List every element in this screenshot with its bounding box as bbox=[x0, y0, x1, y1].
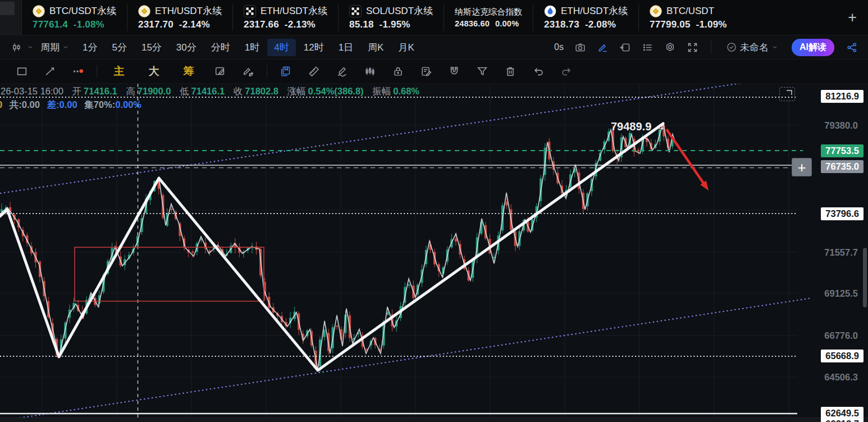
price-axis-label: 69125.5 bbox=[820, 287, 862, 300]
price-axis-label: 65668.9 bbox=[821, 350, 864, 362]
ticker-bar: BTC/USDT永续 77761.4-1.08% ETH/USDT永续 2317… bbox=[0, 0, 868, 35]
timeframe-15m[interactable]: 15分 bbox=[135, 39, 168, 56]
share-icon[interactable] bbox=[842, 39, 861, 56]
cloud-check-icon bbox=[726, 42, 737, 53]
ticker-item-eth-usdt-perp-2[interactable]: ETH/USDT永续 2317.66-2.13% bbox=[232, 4, 338, 31]
ai-interpret-button[interactable]: AI解读 bbox=[792, 39, 834, 56]
axis-scrollbar-thumb[interactable] bbox=[863, 248, 867, 307]
fullscreen-icon[interactable] bbox=[683, 39, 702, 56]
ticker-item-eth-usdt-perp-3[interactable]: ETH/USDT永续 2318.73-2.08% bbox=[533, 4, 638, 31]
timeframe-1m[interactable]: 1分 bbox=[76, 39, 104, 56]
draw-pencil-icon[interactable] bbox=[593, 39, 612, 56]
price-axis-label: 76735.0 bbox=[821, 160, 864, 173]
close-value: 71802.8 bbox=[245, 86, 278, 96]
marker-icon[interactable] bbox=[328, 62, 356, 80]
rectangle-tool-icon[interactable] bbox=[8, 62, 36, 80]
low-value: 71416.1 bbox=[191, 86, 225, 96]
zigzag-indicator-line bbox=[1, 123, 677, 370]
ticker-item-sol-usdt-perp[interactable]: SOL/USDT永续 85.18-1.95% bbox=[338, 4, 444, 31]
pattern-icon[interactable] bbox=[356, 62, 384, 80]
high-value: 71900.0 bbox=[138, 86, 171, 96]
ticker-item-btc-usdt-perp[interactable]: BTC/USDT永续 77761.4-1.08% bbox=[22, 4, 127, 31]
price-axis-label: 77753.5 bbox=[821, 144, 864, 157]
list-icon[interactable] bbox=[638, 39, 657, 56]
ticker-item-eth-usdt-perp-1[interactable]: ETH/USDT永续 2317.70-2.14% bbox=[127, 4, 232, 31]
chart-canvas[interactable]: 79489.9 → 26-03-15 16:00 开71416.1 高71900… bbox=[0, 83, 868, 422]
ticker-symbol: SOL/USDT永续 bbox=[366, 4, 433, 17]
new-pane-icon[interactable] bbox=[615, 39, 634, 56]
candle-countdown: 0s bbox=[554, 42, 564, 52]
undo-icon[interactable] bbox=[524, 62, 552, 80]
divider bbox=[711, 40, 711, 54]
binance-coin-icon bbox=[650, 5, 662, 17]
timeframe-4h-active[interactable]: 4时 bbox=[267, 39, 295, 56]
edit-square-icon[interactable] bbox=[206, 62, 234, 80]
ruler-icon[interactable] bbox=[300, 62, 328, 80]
divider bbox=[267, 65, 267, 78]
bookmark-icon[interactable] bbox=[272, 62, 300, 80]
camera-icon[interactable] bbox=[570, 39, 590, 56]
ticker-price: 77761.4 bbox=[33, 19, 68, 30]
timeframe-time[interactable]: 分时 bbox=[204, 39, 237, 56]
ticker-price: 2317.66 bbox=[244, 19, 279, 30]
timeframe-30m[interactable]: 30分 bbox=[170, 39, 203, 56]
timeframe-1d[interactable]: 1日 bbox=[332, 39, 360, 56]
redo-icon[interactable] bbox=[552, 62, 581, 80]
crosshair-plus-button[interactable]: + bbox=[792, 158, 812, 176]
amplitude-value: 0.68% bbox=[393, 86, 419, 96]
bar-datetime: 26-03-15 16:00 bbox=[1, 86, 63, 96]
timeframe-1mo[interactable]: 月K bbox=[391, 39, 421, 56]
price-axis-label: 73796.6 bbox=[821, 207, 864, 220]
timeframe-5m[interactable]: 5分 bbox=[105, 39, 133, 56]
timeframe-1h[interactable]: 1时 bbox=[238, 39, 266, 56]
change-value: 0.54%(386.8) bbox=[308, 86, 364, 96]
chip-distribution-toggle[interactable]: 筹 bbox=[171, 64, 206, 79]
funnel-icon[interactable] bbox=[468, 62, 496, 80]
htx-icon bbox=[544, 5, 556, 17]
binance-coin-icon bbox=[138, 5, 150, 17]
ticker-symbol: BTC/USDT bbox=[666, 6, 714, 17]
timeframe-12h[interactable]: 12时 bbox=[297, 39, 331, 56]
layout-name-button[interactable]: 未命名 bbox=[720, 41, 784, 54]
anchor-frame-icon[interactable] bbox=[779, 87, 795, 101]
chart-toolbar: 周期 1分 5分 15分 30分 分时 1时 4时 12时 1日 周K 月K 0… bbox=[0, 35, 868, 59]
price-axis-label: 79380.0 bbox=[820, 119, 862, 132]
main-chart-toggle[interactable]: 主 bbox=[102, 64, 136, 79]
binance-coin-icon bbox=[33, 5, 45, 17]
magnet-icon[interactable] bbox=[440, 62, 468, 80]
candlestick-chart[interactable]: 79489.9 → bbox=[0, 84, 868, 422]
okx-icon bbox=[349, 5, 362, 17]
gear-icon[interactable] bbox=[660, 39, 679, 56]
ticker-change: -1.09% bbox=[696, 19, 727, 30]
ticker-price: 2318.73 bbox=[544, 19, 579, 30]
ticker-item-btc-usdt[interactable]: BTC/USDT 77799.05-1.09% bbox=[638, 4, 738, 31]
red-projection-arrow bbox=[666, 129, 705, 186]
collapsed-sidebar[interactable] bbox=[0, 0, 22, 35]
price-axis-label: 81216.9 bbox=[821, 90, 864, 103]
ticker-price: 24836.60 bbox=[455, 19, 490, 28]
trendline-tool-icon[interactable] bbox=[36, 62, 64, 80]
open-value: 71416.1 bbox=[84, 86, 117, 96]
add-ticker-button[interactable]: + bbox=[848, 9, 857, 26]
total-value: 共:0.00 bbox=[10, 99, 40, 110]
price-axis-label: 62313.7 bbox=[821, 418, 864, 422]
ticker-item-nasdaq[interactable]: 纳斯达克综合指数 24836.600.00% bbox=[444, 4, 533, 31]
ticker-symbol: ETH/USDT永续 bbox=[155, 4, 222, 17]
timeframe-1w[interactable]: 周K bbox=[361, 39, 390, 56]
lock-icon[interactable] bbox=[384, 62, 412, 80]
chevron-down-icon bbox=[62, 44, 69, 51]
chart-type-dropdown[interactable] bbox=[7, 39, 26, 56]
trash-icon[interactable] bbox=[496, 62, 524, 80]
more-tools-icon[interactable] bbox=[64, 62, 92, 80]
channel-line bbox=[0, 298, 810, 421]
chevron-down-icon bbox=[27, 44, 34, 51]
note-edit-icon[interactable] bbox=[412, 62, 440, 80]
ticker-change: -2.08% bbox=[585, 19, 616, 30]
big-chart-toggle[interactable]: 大 bbox=[136, 64, 171, 79]
ticker-change: -2.14% bbox=[179, 19, 210, 30]
ticker-price: 2317.70 bbox=[138, 19, 173, 30]
pen-swap-icon[interactable] bbox=[234, 62, 262, 80]
ticker-change: -2.13% bbox=[285, 19, 316, 30]
period-dropdown[interactable]: 周期 bbox=[35, 41, 75, 54]
diff-value: 差:0.00 bbox=[47, 99, 77, 110]
